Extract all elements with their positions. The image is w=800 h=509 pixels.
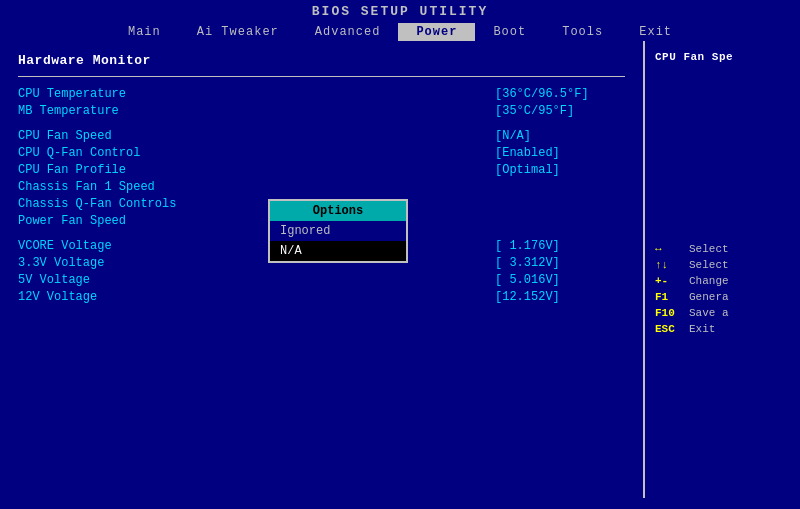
cpu-fan-speed-row: CPU Fan Speed [N/A] xyxy=(18,129,625,143)
cpu-temp-value: [36°C/96.5°F] xyxy=(495,87,625,101)
chassis-fan-speed-label: Chassis Fan 1 Speed xyxy=(18,180,218,194)
spacer-1 xyxy=(18,121,625,129)
power-fan-speed-label: Power Fan Speed xyxy=(18,214,218,228)
v5-label: 5V Voltage xyxy=(18,273,218,287)
mb-temp-value: [35°C/95°F] xyxy=(495,104,625,118)
key-arrows-v: ↑↓ xyxy=(655,259,683,271)
chassis-qfan-value xyxy=(495,197,625,211)
cpu-qfan-row[interactable]: CPU Q-Fan Control [Enabled] xyxy=(18,146,625,160)
cpu-temp-row: CPU Temperature [36°C/96.5°F] xyxy=(18,87,625,101)
key-plusminus: +- xyxy=(655,275,683,287)
key-desc-select-v: Select xyxy=(689,259,729,271)
key-row-f10: F10 Save a xyxy=(655,307,790,319)
dropdown-header: Options xyxy=(270,201,406,221)
tab-boot[interactable]: Boot xyxy=(475,23,544,41)
v33-label: 3.3V Voltage xyxy=(18,256,218,270)
right-panel: CPU Fan Spe ↔ Select ↑↓ Select +- Change… xyxy=(645,41,800,498)
key-row-esc: ESC Exit xyxy=(655,323,790,335)
dropdown-item-na[interactable]: N/A xyxy=(270,241,406,261)
cpu-temp-label: CPU Temperature xyxy=(18,87,218,101)
left-panel: Hardware Monitor CPU Temperature [36°C/9… xyxy=(0,41,645,498)
cpu-qfan-value: [Enabled] xyxy=(495,146,625,160)
dropdown-overlay[interactable]: Options Ignored N/A xyxy=(268,199,408,263)
tab-main[interactable]: Main xyxy=(110,23,179,41)
cpu-fan-speed-value: [N/A] xyxy=(495,129,625,143)
v12-label: 12V Voltage xyxy=(18,290,218,304)
key-row-select-h: ↔ Select xyxy=(655,243,790,255)
right-panel-title: CPU Fan Spe xyxy=(655,51,790,63)
v33-value: [ 3.312V] xyxy=(495,256,625,270)
power-fan-speed-value xyxy=(495,214,625,228)
main-layout: Hardware Monitor CPU Temperature [36°C/9… xyxy=(0,41,800,498)
section-title: Hardware Monitor xyxy=(18,53,625,68)
key-row-f1: F1 Genera xyxy=(655,291,790,303)
key-desc-change: Change xyxy=(689,275,729,287)
chassis-fan-speed-row[interactable]: Chassis Fan 1 Speed xyxy=(18,180,625,194)
key-desc-select-h: Select xyxy=(689,243,729,255)
key-f10: F10 xyxy=(655,307,683,319)
cpu-fan-profile-row[interactable]: CPU Fan Profile [Optimal] xyxy=(18,163,625,177)
key-row-select-v: ↑↓ Select xyxy=(655,259,790,271)
vcore-label: VCORE Voltage xyxy=(18,239,218,253)
v12-value: [12.152V] xyxy=(495,290,625,304)
v12-row: 12V Voltage [12.152V] xyxy=(18,290,625,304)
cpu-fan-profile-value: [Optimal] xyxy=(495,163,625,177)
v5-value: [ 5.016V] xyxy=(495,273,625,287)
section-divider xyxy=(18,76,625,77)
tab-exit[interactable]: Exit xyxy=(621,23,690,41)
mb-temp-row: MB Temperature [35°C/95°F] xyxy=(18,104,625,118)
title-bar: BIOS SETUP UTILITY xyxy=(0,0,800,21)
tab-advanced[interactable]: Advanced xyxy=(297,23,399,41)
vcore-value: [ 1.176V] xyxy=(495,239,625,253)
tab-tools[interactable]: Tools xyxy=(544,23,621,41)
cpu-fan-speed-label: CPU Fan Speed xyxy=(18,129,218,143)
key-desc-f10: Save a xyxy=(689,307,729,319)
key-help-section: ↔ Select ↑↓ Select +- Change F1 Genera F… xyxy=(655,243,790,335)
mb-temp-label: MB Temperature xyxy=(18,104,218,118)
chassis-fan-speed-value xyxy=(495,180,625,194)
tab-ai-tweaker[interactable]: Ai Tweaker xyxy=(179,23,297,41)
chassis-qfan-label: Chassis Q-Fan Controls xyxy=(18,197,218,211)
key-row-change: +- Change xyxy=(655,275,790,287)
key-f1: F1 xyxy=(655,291,683,303)
v5-row: 5V Voltage [ 5.016V] xyxy=(18,273,625,287)
tab-bar[interactable]: Main Ai Tweaker Advanced Power Boot Tool… xyxy=(0,21,800,41)
cpu-qfan-label: CPU Q-Fan Control xyxy=(18,146,218,160)
bios-title: BIOS SETUP UTILITY xyxy=(0,4,800,19)
key-arrows-h: ↔ xyxy=(655,243,683,255)
key-esc: ESC xyxy=(655,323,683,335)
dropdown-item-ignored[interactable]: Ignored xyxy=(270,221,406,241)
key-desc-esc: Exit xyxy=(689,323,715,335)
tab-power[interactable]: Power xyxy=(398,23,475,41)
key-desc-f1: Genera xyxy=(689,291,729,303)
cpu-fan-profile-label: CPU Fan Profile xyxy=(18,163,218,177)
